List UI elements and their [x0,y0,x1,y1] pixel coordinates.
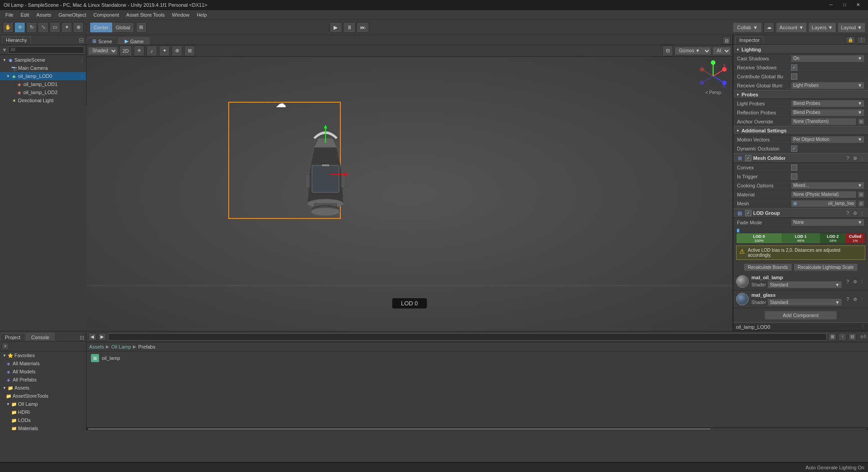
persp-label[interactable]: < Persp [705,90,721,95]
menu-component[interactable]: Component [90,11,122,18]
folder-all-materials[interactable]: ◈ All Materials [0,359,86,368]
scene-search-btn[interactable]: ⊟ [662,45,673,56]
project-add-btn[interactable]: + [2,343,9,350]
mat-oil-lamp-shader-dropdown[interactable]: Standard ▼ [768,281,842,288]
play-button[interactable]: ▶ [330,22,342,33]
folder-assetstoretools[interactable]: 📁 AssetStoreTools [0,392,86,400]
folder-all-models[interactable]: ◈ All Models [0,368,86,376]
menu-assets[interactable]: Assets [33,11,55,18]
custom-tool-button[interactable]: ✦ [61,22,72,33]
hierarchy-tab[interactable]: Hierarchy [2,36,31,44]
step-button[interactable]: ⏭ [357,22,369,33]
lantern-object[interactable] [289,125,362,225]
anchor-override-pick-btn[interactable]: ⊙ [858,118,864,125]
contribute-gi-checkbox[interactable] [791,73,797,80]
hierarchy-item-oillamp-lod1[interactable]: ◈ oil_lamp_LOD1 [0,80,86,88]
assets-view-btn[interactable]: ⊟ [848,333,856,341]
hierarchy-lock-icon[interactable]: ⊟ [79,36,84,44]
hand-tool-button[interactable]: ✋ [3,22,14,33]
assets-search-input[interactable] [108,333,827,340]
inspector-tab[interactable]: Inspector [735,36,764,44]
mesh-collider-help-btn[interactable]: ? [845,155,851,161]
lod-segment-2[interactable]: LOD 2 16% [820,233,845,243]
rect-tool-button[interactable]: ▭ [50,22,60,33]
pivot-global[interactable]: Global [112,23,134,32]
assets-filter-btn[interactable]: ⊞ [828,333,836,341]
cloud-button[interactable]: ☁ [764,22,774,33]
menu-gameobject[interactable]: GameObject [55,11,90,18]
assets-scrollbar[interactable] [86,427,868,430]
asset-oil-lamp[interactable]: ⊞ oil_lamp [88,353,142,363]
hierarchy-search-input[interactable] [8,46,84,54]
inspector-menu-icon[interactable]: ⋮ [857,36,866,44]
scene-camera-btn[interactable]: ⊕ [172,45,182,56]
audio-toggle[interactable]: ♪ [146,45,157,56]
lod-group-settings-btn[interactable]: ⚙ [852,210,858,216]
shading-mode-dropdown[interactable]: Shaded [88,47,118,55]
recalc-bounds-btn[interactable]: Recalculate Bounds [744,263,792,271]
scale-tool-button[interactable]: ⤡ [38,22,49,33]
recalc-lightmap-btn[interactable]: Recalculate Lightmap Scale [794,263,858,271]
pause-button[interactable]: ⏸ [343,22,356,33]
menu-help[interactable]: Help [193,11,211,18]
hierarchy-item-directionallight[interactable]: ☀ Directional Light [0,96,86,104]
menu-assetstoretools[interactable]: Asset Store Tools [122,11,168,18]
console-tab[interactable]: Console [26,333,54,341]
reflection-probes-dropdown[interactable]: Blend Probes ▼ [791,109,864,116]
mat-glass-help-btn[interactable]: ? [845,296,851,302]
project-tab[interactable]: Project [0,333,25,341]
cast-shadows-dropdown[interactable]: On ▼ [791,55,864,62]
pivot-center[interactable]: Center [90,23,112,32]
lod-group-menu-btn[interactable]: ⋮ [859,210,865,216]
mat-glass-settings-btn[interactable]: ⚙ [852,296,858,302]
breadcrumb-oil-lamp[interactable]: Oil Lamp [111,344,131,349]
hierarchy-add-icon[interactable]: ▼ [2,47,7,53]
hierarchy-item-oillamp-lod0[interactable]: ▼ ◈ oil_lamp_LOD0 ⋮ [0,72,86,80]
scene-lock-icon[interactable]: ⊟ [723,36,731,45]
2d-button[interactable]: 2D [119,45,132,56]
folder-assets[interactable]: ▼ 📁 Assets [0,384,86,392]
convex-checkbox[interactable] [791,164,797,171]
motion-vectors-dropdown[interactable]: Per Object Motion ▼ [791,136,864,143]
account-dropdown[interactable]: Account ▼ [776,23,807,32]
maximize-button[interactable]: □ [838,1,851,9]
inspector-lock-icon[interactable]: 🔒 [845,36,855,44]
close-button[interactable]: ✕ [852,1,864,9]
gizmo-widget[interactable]: X Y Z < Persp [697,60,729,95]
lod-group-help-btn[interactable]: ? [845,210,851,216]
lighting-section-header[interactable]: ▼ Lighting [733,45,868,54]
lod-segment-1[interactable]: LOD 1 46% [782,233,820,243]
mat-glass-menu-btn[interactable]: ⋮ [859,296,865,302]
breadcrumb-assets[interactable]: Assets [89,344,104,349]
lod-segment-culled[interactable]: Culled 1% [845,233,865,243]
add-component-btn[interactable]: Add Component [764,311,837,320]
mat-oil-lamp-settings-btn[interactable]: ⚙ [852,278,858,285]
project-lock-icon[interactable]: ⊟ [80,335,84,341]
folder-materials[interactable]: 📁 Materials [0,424,86,430]
samplescene-menu-icon[interactable]: ⋮ [80,58,84,63]
hierarchy-item-samplescene[interactable]: ▼ ◉ SampleScene ⋮ [0,56,86,64]
minimize-button[interactable]: ─ [825,1,837,9]
anchor-override-dropdown[interactable]: None (Transform) [791,118,856,125]
lighting-toggle[interactable]: ☀ [134,45,145,56]
object-preview-menu[interactable]: ⋮ [860,324,865,330]
mat-glass-shader-dropdown[interactable]: Standard ▼ [768,299,842,306]
menu-window[interactable]: Window [168,11,193,18]
folder-oil-lamp[interactable]: ▼ 📁 Oil Lamp [0,400,86,408]
additional-settings-section-header[interactable]: ▼ Additional Settings [733,126,868,135]
mesh-collider-enable-checkbox[interactable] [745,155,751,161]
layout-dropdown[interactable]: Layout ▼ [838,23,865,32]
probes-section-header[interactable]: ▼ Probes [733,90,868,99]
scene-tab-scene[interactable]: ⊞ Scene [86,37,118,45]
folder-all-prefabs[interactable]: ◈ All Prefabs [0,376,86,384]
oillamp-lod0-menu-icon[interactable]: ⋮ [80,74,84,79]
hierarchy-item-oillamp-lod2[interactable]: ◈ oil_lamp_LOD2 [0,88,86,96]
menu-edit[interactable]: Edit [17,11,33,18]
scene-tab-game[interactable]: ▶ Game [119,37,149,45]
layers-dropdown[interactable]: Layers ▼ [809,23,836,32]
mesh-dropdown[interactable]: ⊞ oil_lamp_low [791,200,856,207]
mesh-collider-settings-btn[interactable]: ⚙ [852,155,858,161]
cooking-options-dropdown[interactable]: Mixed... ▼ [791,182,864,189]
menu-file[interactable]: File [2,11,17,18]
snap-button[interactable]: ⊞ [136,22,147,33]
